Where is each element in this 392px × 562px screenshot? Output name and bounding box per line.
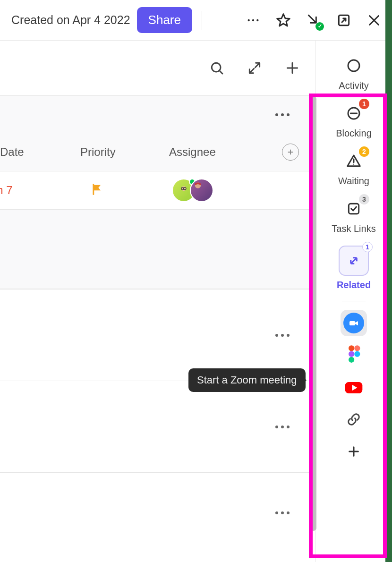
svg-point-2	[256, 19, 258, 21]
rail-label: Task Links	[332, 223, 375, 234]
priority-flag-icon[interactable]	[91, 183, 104, 198]
main-content: e Date Priority Assignee an 7	[0, 41, 315, 562]
task-row[interactable]: an 7	[0, 171, 315, 210]
related-icon: 1	[339, 246, 369, 276]
activity-icon	[343, 55, 365, 77]
top-toolbar: Created on Apr 4 2022 Share	[0, 0, 392, 41]
created-date-text: Created on Apr 4 2022	[11, 13, 130, 27]
svg-point-16	[354, 345, 360, 351]
blocking-count-badge: 1	[359, 99, 369, 109]
column-assignee[interactable]: Assignee	[169, 145, 216, 159]
block-more-button[interactable]	[275, 418, 290, 435]
svg-rect-14	[349, 321, 355, 325]
column-priority[interactable]: Priority	[80, 145, 116, 159]
row-due-date[interactable]: an 7	[0, 184, 13, 197]
svg-rect-13	[349, 204, 358, 213]
svg-point-0	[248, 19, 250, 21]
rail-task-links[interactable]: 3 Task Links	[315, 193, 392, 241]
assignee-avatars[interactable]	[172, 179, 213, 202]
add-column-button[interactable]	[282, 144, 299, 161]
rail-blocking[interactable]: 1 Blocking	[315, 98, 392, 145]
plus-icon	[347, 445, 360, 458]
rail-label: Waiting	[338, 176, 369, 187]
section-block	[0, 381, 315, 472]
section-block	[0, 472, 315, 553]
youtube-app-button[interactable]	[341, 374, 367, 400]
divider	[342, 301, 366, 301]
related-count-badge: 1	[362, 242, 373, 252]
rail-label: Related	[337, 280, 371, 290]
task-links-icon: 3	[343, 198, 365, 220]
sub-toolbar	[0, 41, 315, 95]
expand-button[interactable]	[246, 60, 263, 77]
close-button[interactable]	[366, 12, 383, 29]
figma-icon	[347, 345, 361, 366]
rail-waiting[interactable]: 2 Waiting	[315, 145, 392, 193]
block-more-button[interactable]	[275, 327, 290, 344]
move-to-tray-button[interactable]	[305, 12, 322, 29]
zoom-icon	[343, 313, 364, 333]
divider	[202, 11, 202, 30]
section-block	[0, 289, 315, 381]
more-menu-button[interactable]	[245, 12, 262, 29]
rail-related[interactable]: 1 Related	[315, 241, 392, 297]
add-button[interactable]	[284, 60, 301, 77]
check-badge-icon	[315, 22, 324, 31]
task-links-count-badge: 3	[359, 194, 369, 204]
favorite-star-button[interactable]	[275, 12, 292, 29]
share-button[interactable]: Share	[137, 7, 192, 33]
rail-label: Blocking	[336, 128, 372, 139]
svg-point-10	[348, 60, 359, 71]
column-headers: e Date Priority Assignee	[0, 133, 315, 171]
svg-marker-3	[277, 14, 290, 26]
waiting-icon: 2	[343, 150, 365, 172]
figma-app-button[interactable]	[341, 342, 367, 368]
section-header	[0, 95, 315, 133]
blocking-icon: 1	[343, 102, 365, 124]
section-more-button[interactable]	[275, 106, 290, 123]
block-more-button[interactable]	[275, 504, 290, 521]
rail-label: Activity	[339, 80, 368, 91]
link-button[interactable]	[341, 406, 367, 433]
svg-point-19	[349, 357, 354, 363]
link-icon	[347, 412, 361, 426]
zoom-app-button[interactable]	[341, 310, 367, 336]
svg-point-18	[354, 351, 360, 357]
search-button[interactable]	[208, 60, 225, 77]
right-rail: Activity 1 Blocking 2 Waiting 3 Task Lin…	[315, 41, 392, 562]
zoom-tooltip: Start a Zoom meeting	[188, 368, 306, 392]
youtube-icon	[343, 377, 364, 398]
svg-point-12	[353, 164, 354, 165]
avatar[interactable]	[190, 179, 213, 202]
add-app-button[interactable]	[341, 438, 367, 465]
waiting-count-badge: 2	[359, 146, 369, 157]
rail-activity[interactable]: Activity	[315, 50, 392, 98]
svg-point-1	[252, 19, 254, 21]
open-new-window-button[interactable]	[335, 12, 352, 29]
column-due-date[interactable]: e Date	[0, 145, 24, 159]
svg-point-15	[349, 345, 354, 351]
svg-point-17	[349, 351, 354, 357]
